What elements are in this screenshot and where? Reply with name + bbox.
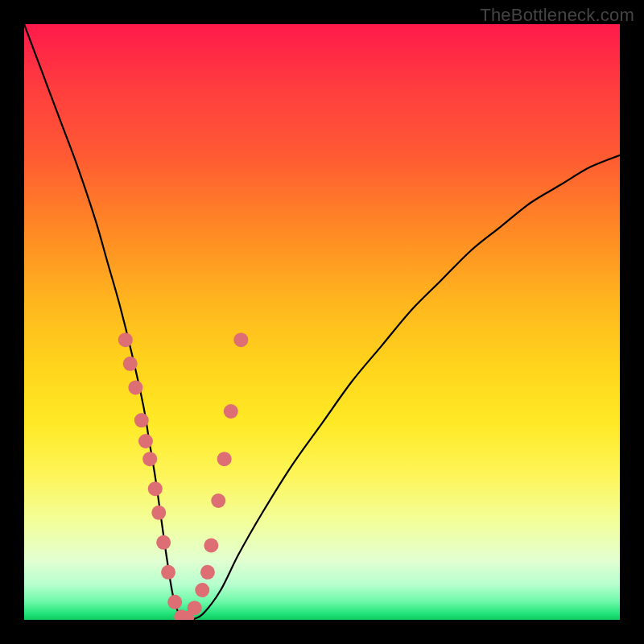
highlight-dot [156, 535, 171, 550]
highlight-dot [217, 452, 232, 466]
watermark-text: TheBottleneck.com [480, 5, 634, 26]
highlight-dot [134, 413, 149, 427]
highlight-dot [138, 434, 153, 448]
highlight-dot [211, 493, 225, 508]
highlight-dot [167, 595, 182, 609]
highlight-dot [128, 380, 142, 394]
chart-svg [24, 24, 620, 620]
highlight-dot [224, 404, 238, 419]
highlight-dot [195, 583, 209, 597]
highlight-dot [204, 539, 218, 553]
highlight-dot [161, 565, 175, 580]
plot-area [24, 24, 620, 620]
highlight-dot [151, 506, 166, 520]
highlight-dot [142, 452, 157, 466]
highlight-dot [118, 332, 133, 347]
highlight-dot [200, 565, 215, 580]
bottleneck-curve [24, 24, 620, 620]
highlight-dot [148, 481, 163, 496]
highlight-dot [123, 357, 138, 371]
highlight-dot [188, 601, 202, 615]
chart-frame: TheBottleneck.com [0, 0, 644, 644]
highlight-dot [233, 332, 248, 347]
